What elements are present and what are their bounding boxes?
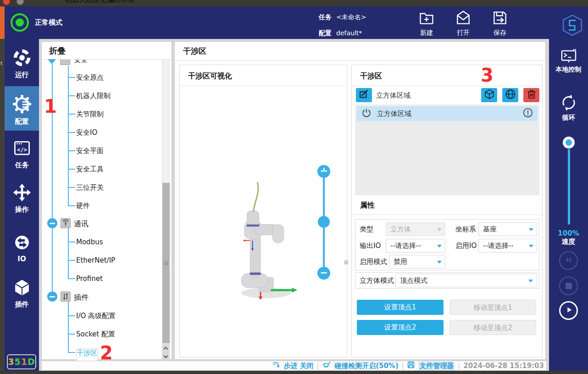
tree-tick [68, 169, 75, 170]
local-control-button[interactable] [560, 47, 577, 66]
tree-item-interference-zone-selected[interactable]: 干涉区 [76, 348, 98, 362]
edit-zone-button[interactable] [356, 88, 372, 102]
page-title: 干涉区 [183, 46, 206, 56]
robot-3d-view[interactable] [219, 180, 315, 299]
desktop-dock-sliver: t [0, 6, 5, 374]
enable-mode-select[interactable]: 禁用 [389, 255, 445, 269]
tree-root-expand-icon[interactable] [48, 59, 56, 64]
task-value: <未命名> [336, 13, 366, 21]
build-badge: 351D [7, 354, 36, 369]
tree-item[interactable]: 关节限制 [76, 110, 104, 119]
type-select[interactable]: 立方体 [386, 222, 445, 236]
tree-tick [68, 315, 75, 316]
mode-indicator-icon [11, 13, 29, 32]
tree-item[interactable]: Profinet [76, 275, 103, 283]
power-toggle-icon[interactable] [361, 108, 372, 120]
delete-zone-button[interactable] [523, 88, 539, 102]
tree-item[interactable]: I/O 高级配置 [76, 312, 116, 320]
warning-icon[interactable] [523, 108, 533, 120]
enable-io-select[interactable]: --请选择-- [478, 239, 537, 253]
sidebar-item-config[interactable]: 配置 [5, 86, 39, 131]
sidebar-item-io[interactable]: IO [5, 229, 39, 268]
type-label: 类型 [360, 222, 373, 236]
tree-item[interactable]: Socket 配置 [76, 330, 115, 339]
loop-button[interactable] [559, 93, 578, 114]
cube-outline-icon [483, 88, 496, 102]
panel-resize-grip[interactable] [344, 260, 348, 265]
divider: | [458, 362, 460, 369]
loop-icon [559, 106, 578, 114]
sidebar-item-task[interactable]: </> 任务 [5, 131, 39, 175]
sidebar-item-plugin[interactable]: 插件 [5, 274, 39, 315]
right-sidebar: 本地控制 循环 100% 速度 [549, 39, 588, 374]
scroll-up-button[interactable] [162, 344, 170, 352]
annotation-1: 1 [44, 97, 57, 116]
stop-button[interactable] [559, 276, 578, 295]
globe-zone-button[interactable] [502, 88, 518, 102]
tree-item[interactable]: 安全平面 [76, 147, 104, 155]
skip-icon [565, 256, 572, 265]
scroll-down-button[interactable] [162, 352, 170, 361]
tree-tick [68, 278, 75, 279]
play-button[interactable] [559, 301, 578, 320]
sidebar-item-run[interactable]: 运行 [5, 42, 39, 86]
step-mode-status[interactable]: 步进 关闭 [283, 362, 313, 370]
cube-zone-button[interactable] [481, 88, 497, 102]
window-close-button[interactable] [3, 0, 10, 5]
tree-item[interactable]: 安全工具 [76, 165, 104, 174]
tree-item[interactable]: 机器人限制 [76, 92, 111, 100]
tree-collapse-header[interactable]: 折叠 [49, 45, 66, 56]
collision-detect-icon [322, 360, 331, 371]
stop-icon [566, 283, 572, 289]
tree-tick [68, 187, 75, 188]
open-button[interactable]: 打开 [449, 9, 478, 38]
tree-node-safety-partial[interactable]: 安全 [60, 60, 115, 66]
tree-item[interactable]: 安全IO [76, 128, 97, 137]
task-label: 任务 [319, 13, 332, 21]
zoom-out-button[interactable]: − [317, 267, 330, 280]
properties-title: 属性 [360, 201, 375, 210]
zoom-slider-thumb[interactable] [318, 216, 330, 228]
output-io-select[interactable]: --请选择-- [386, 239, 445, 253]
tree-item[interactable]: EtherNet/IP [76, 256, 115, 264]
edit-pencil-icon [357, 88, 371, 102]
tree-collapse-comm[interactable] [47, 218, 57, 228]
task-code-icon: </> [12, 152, 32, 160]
tree-scrollbar-thumb[interactable] [162, 183, 170, 343]
tree-item[interactable]: 安全原点 [76, 73, 104, 82]
tree-group-plugin[interactable]: 插件 [74, 293, 89, 302]
cube-mode-select[interactable]: 顶点模式 [395, 274, 537, 287]
tree-item[interactable]: 三位开关 [76, 183, 104, 192]
config-tree-panel: 折叠 安全 安全原点 机器人限制 关节限制 安全IO 安全平面 安全工具 三位开… [41, 41, 172, 360]
robot-arm-graphic [219, 180, 315, 300]
tree-collapse-plugin[interactable] [47, 292, 57, 302]
tree-tick [68, 242, 75, 242]
collision-detect-status[interactable]: 碰撞检测开启(50%) [334, 362, 399, 370]
new-button[interactable]: 新建 [412, 9, 441, 38]
frame-label: 坐标系 [455, 222, 476, 236]
speed-slider-track[interactable] [568, 149, 570, 225]
save-button[interactable]: 保存 [485, 9, 515, 38]
speed-slider-handle[interactable] [563, 137, 575, 148]
config-label: 配置 [319, 29, 332, 37]
annotation-3: 3 [481, 66, 494, 84]
divider [352, 214, 542, 215]
tree-item[interactable]: Modbus [76, 238, 103, 246]
tree-group-comm[interactable]: 通讯 [74, 220, 89, 229]
screen: 机器人图形化编程环境 t 正常模式 任务<未命名> 配置default* 新建 … [0, 0, 588, 374]
set-vertex1-button[interactable]: 设置顶点1 [357, 300, 444, 315]
move-to-vertex1-button[interactable]: 移动至顶点1 [449, 300, 536, 315]
annotation-2: 2 [100, 344, 113, 362]
set-vertex2-button[interactable]: 设置顶点2 [357, 320, 444, 335]
frame-select[interactable]: 基座 [478, 222, 537, 236]
zone-name-label: 立方体区域 [376, 91, 410, 100]
zone-list-item-selected[interactable]: 立方体区域 [357, 106, 538, 121]
window-minimize-button[interactable] [17, 0, 24, 5]
zone-list: 立方体区域 [355, 104, 539, 195]
file-manager-link[interactable]: 文件管理器 [418, 362, 455, 370]
viz-panel: 干涉区可视化 [179, 65, 347, 358]
tree-item[interactable]: 硬件 [76, 202, 90, 210]
sidebar-item-operate[interactable]: 操作 [5, 175, 39, 220]
step-forward-button[interactable] [559, 251, 578, 270]
move-to-vertex2-button[interactable]: 移动至顶点2 [449, 320, 536, 335]
